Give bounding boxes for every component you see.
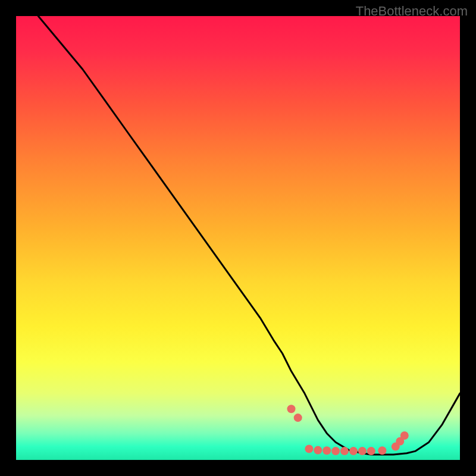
curve-markers	[287, 405, 409, 455]
curve-line	[38, 16, 460, 455]
marker-dot	[331, 447, 340, 455]
attribution-label: TheBottleneck.com	[356, 4, 468, 19]
marker-dot	[305, 444, 313, 453]
marker-dot	[322, 446, 331, 455]
plot-area	[16, 16, 460, 460]
marker-dot	[287, 405, 296, 413]
marker-dot	[340, 447, 349, 455]
marker-dot	[400, 431, 409, 440]
marker-dot	[294, 414, 302, 422]
chart-svg	[16, 16, 460, 460]
marker-dot	[367, 447, 375, 455]
marker-dot	[378, 446, 386, 455]
marker-dot	[314, 446, 322, 455]
marker-dot	[349, 447, 358, 455]
marker-dot	[358, 447, 367, 455]
